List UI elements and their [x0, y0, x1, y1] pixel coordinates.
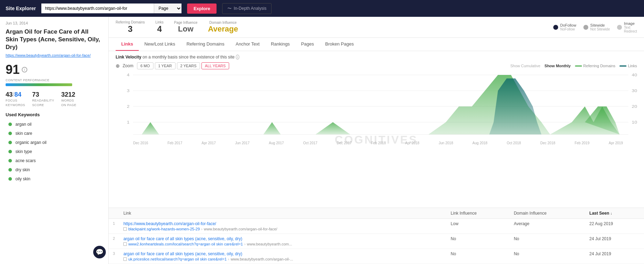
url-input-wrap: Page Domain — [41, 4, 181, 13]
zoom-1year[interactable]: 1 YEAR — [155, 62, 176, 69]
svg-text:4: 4 — [127, 73, 130, 77]
page-influence-stat: Page Influence Low — [174, 21, 198, 34]
image-label: Image Text Redirect — [624, 21, 637, 33]
link-cell: argan oil for face care of all skin type… — [119, 234, 446, 249]
link-icon — [123, 257, 127, 261]
link-cell: argan oil for face care of all skin type… — [119, 249, 446, 264]
svg-marker-14 — [315, 122, 359, 134]
keyword-text: acne scars — [15, 158, 36, 163]
keyword-item[interactable]: skin care — [6, 129, 103, 138]
referring-domains-line — [575, 65, 582, 67]
keyword-item[interactable]: skin type — [6, 147, 103, 156]
keyword-dot — [8, 168, 12, 172]
links-stat: Links 4 — [155, 20, 163, 34]
keyword-item[interactable]: acne scars — [6, 157, 103, 165]
svg-text:40: 40 — [632, 73, 637, 77]
keyword-item[interactable]: oily skin — [6, 175, 103, 183]
keyword-item[interactable]: argan oil — [6, 120, 103, 128]
links-label: Links — [155, 20, 163, 24]
show-monthly-toggle[interactable]: Show Monthly — [544, 64, 571, 68]
chart-subtitle: on a monthly basis since the existence o… — [143, 55, 235, 60]
zoom-icon: ⊕ — [116, 63, 120, 69]
tab-new-lost-links[interactable]: New/Lost Links — [139, 38, 181, 51]
last-seen: 22 Aug 2019 — [585, 219, 644, 234]
link-cell: https://www.beautybyearth.com/argan-oil-… — [119, 219, 446, 234]
chat-bubble[interactable]: 💬 — [93, 246, 106, 258]
dofollow-legend: DoFollow NoFollow — [553, 21, 576, 33]
row-num: 2 — [109, 234, 119, 249]
chart-section: Link Velocity on a monthly basis since t… — [109, 51, 644, 208]
arrow-icon: › — [244, 242, 245, 246]
page-select[interactable]: Page Domain — [154, 4, 181, 13]
tab-rankings[interactable]: Rankings — [265, 38, 295, 51]
domain-influence: No — [509, 249, 585, 264]
last-seen: 24 Jul 2019 — [585, 234, 644, 249]
links-value: 4 — [155, 24, 163, 34]
focus-keywords-value: 43/84 — [6, 91, 25, 98]
col-last-seen[interactable]: Last Seen ↓ — [585, 208, 644, 219]
zoom-2years[interactable]: 2 YEARS — [177, 62, 200, 69]
source-link[interactable]: blackpaint.sg/work-hazards-women-25-29 — [128, 227, 200, 231]
link-icon — [123, 242, 127, 246]
zoom-6mo[interactable]: 6 MO — [137, 62, 153, 69]
domain-influence: Average — [509, 219, 585, 234]
zoom-label: Zoom — [123, 63, 133, 68]
domain-influence-value: Average — [208, 25, 238, 34]
site-explorer-label: Site Explorer — [6, 6, 36, 11]
keyword-dot — [8, 150, 12, 153]
keyword-text: organic argan oil — [15, 140, 47, 145]
tab-links[interactable]: Links — [116, 38, 139, 51]
sitewide-legend: Sitewide Not Sitewide — [583, 21, 610, 33]
tab-broken-pages[interactable]: Broken Pages — [320, 38, 359, 51]
keyword-text: dry skin — [15, 167, 30, 172]
url-input[interactable] — [41, 4, 154, 13]
in-depth-label: In-Depth Analysis — [234, 6, 266, 11]
col-num — [109, 208, 119, 219]
svg-text:3: 3 — [127, 89, 130, 93]
chart-info-icon[interactable]: i — [236, 55, 239, 60]
link-main[interactable]: argan oil for face care of all skin type… — [123, 251, 242, 256]
dofollow-dot — [553, 25, 558, 30]
info-icon[interactable]: i — [22, 67, 27, 72]
focus-keywords-label: FOCUSKEYWORDS — [6, 98, 25, 107]
sidebar-title: Argan Oil for Face Care of All Skin Type… — [6, 28, 103, 51]
keyword-text: skin type — [15, 149, 32, 154]
links-table: Link Link Influence Domain Influence Las… — [109, 208, 644, 264]
show-cumulative-toggle[interactable]: Show Cumulative — [510, 64, 540, 68]
links-legend: Links — [619, 64, 637, 68]
keywords-list: argan oilskin careorganic argan oilskin … — [6, 120, 103, 183]
table-row: 2 argan oil for face care of all skin ty… — [109, 234, 644, 249]
source-link[interactable]: www2.lionheartdeals.com/local/search?q=a… — [128, 242, 243, 246]
tab-pages[interactable]: Pages — [295, 38, 320, 51]
zoom-buttons: ⊕ Zoom 6 MO 1 YEAR 2 YEARS ALL YEARS — [116, 62, 229, 69]
sidebar-date: Jun 13, 2014 — [6, 21, 103, 25]
stats-bar: Referring Domains 3 Links 4 Page Influen… — [109, 17, 644, 38]
link-main[interactable]: https://www.beautybyearth.com/argan-oil-… — [123, 221, 216, 226]
arrow-icon: › — [201, 227, 202, 231]
link-influence: No — [446, 234, 509, 249]
tab-anchor-text[interactable]: Anchor Text — [230, 38, 265, 51]
chat-icon: 💬 — [96, 248, 103, 256]
in-depth-button[interactable]: 〜 In-Depth Analysis — [222, 3, 272, 14]
link-main[interactable]: argan oil for face care of all skin type… — [123, 236, 242, 241]
explore-button[interactable]: Explore — [187, 4, 217, 14]
table-row: 1 https://www.beautybyearth.com/argan-oi… — [109, 219, 644, 234]
link-icon — [123, 227, 127, 231]
link-sub: www2.lionheartdeals.com/local/search?q=a… — [123, 242, 442, 246]
content-perf-label: CONTENT PERFORMANCE — [6, 78, 103, 82]
sidebar-url[interactable]: https://www.beautybyearth.com/argan-oil-… — [6, 53, 103, 57]
zoom-all-years[interactable]: ALL YEARS — [201, 62, 229, 69]
svg-text:2: 2 — [127, 104, 130, 109]
source-link[interactable]: uk.priceslice.net/local/search?q=argan o… — [128, 257, 227, 261]
col-domain-influence[interactable]: Domain Influence — [509, 208, 585, 219]
keyword-item[interactable]: dry skin — [6, 166, 103, 174]
col-link-influence[interactable]: Link Influence — [446, 208, 509, 219]
keyword-item[interactable]: organic argan oil — [6, 138, 103, 147]
top-nav-bar: Site Explorer Page Domain Explore 〜 In-D… — [0, 0, 644, 17]
row-num: 1 — [109, 219, 119, 234]
tab-referring-domains[interactable]: Referring Domains — [181, 38, 230, 51]
words-label: WORDSON PAGE — [61, 98, 76, 107]
zoom-controls: ⊕ Zoom 6 MO 1 YEAR 2 YEARS ALL YEARS Sho… — [116, 62, 637, 69]
referring-domains-legend: Referring Domains — [575, 64, 616, 68]
col-link[interactable]: Link — [119, 208, 446, 219]
